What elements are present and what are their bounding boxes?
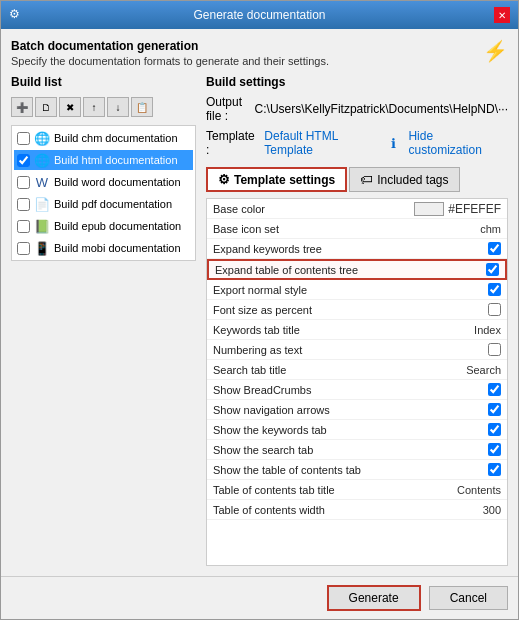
batch-text: Batch documentation generation Specify t… (11, 39, 329, 67)
list-item[interactable]: W Build word documentation (14, 172, 193, 192)
main-content: Batch documentation generation Specify t… (1, 29, 518, 576)
row-value: 300 (483, 504, 501, 516)
table-row: Show the search tab (207, 440, 507, 460)
table-row: Show navigation arrows (207, 400, 507, 420)
settings-title: Build settings (206, 75, 508, 89)
row-label: Numbering as text (213, 344, 302, 356)
mobi-checkbox[interactable] (17, 242, 30, 255)
row-value (488, 423, 501, 436)
row-value (488, 403, 501, 416)
row-label: Show the table of contents tab (213, 464, 361, 476)
row-value: #EFEFEF (414, 202, 501, 216)
table-row: Table of contents width 300 (207, 500, 507, 520)
title-bar: ⚙ Generate documentation ✕ (1, 1, 518, 29)
output-value: C:\Users\KellyFitzpatrick\Documents\Help… (255, 102, 508, 116)
row-value (488, 283, 501, 296)
epub-label: Build epub documentation (54, 220, 181, 232)
table-row: Show the table of contents tab (207, 460, 507, 480)
template-row: Template : Default HTML Template ℹ Hide … (206, 129, 508, 157)
build-list-title: Build list (11, 75, 196, 89)
row-value (488, 383, 501, 396)
show-nav-arrows-checkbox[interactable] (488, 403, 501, 416)
mobi-label: Build mobi documentation (54, 242, 181, 254)
template-tab-label: Template settings (234, 173, 335, 187)
expand-toc-checkbox[interactable] (486, 263, 499, 276)
template-link[interactable]: Default HTML Template (264, 129, 387, 157)
table-row: Numbering as text (207, 340, 507, 360)
build-list-section: Build list ➕ 🗋 ✖ ↑ ↓ 📋 🌐 Build chm docum… (11, 75, 196, 566)
export-normal-checkbox[interactable] (488, 283, 501, 296)
table-row: Font size as percent (207, 300, 507, 320)
list-item[interactable]: 📄 Build pdf documentation (14, 194, 193, 214)
window-icon: ⚙ (9, 7, 25, 23)
font-size-checkbox[interactable] (488, 303, 501, 316)
table-row: Show BreadCrumbs (207, 380, 507, 400)
list-item[interactable]: 📗 Build epub documentation (14, 216, 193, 236)
tab-template[interactable]: ⚙ Template settings (206, 167, 347, 192)
included-tab-label: Included tags (377, 173, 448, 187)
pdf-label: Build pdf documentation (54, 198, 172, 210)
settings-table: Base color #EFEFEF Base icon set chm Exp… (206, 198, 508, 566)
table-row: Export normal style (207, 280, 507, 300)
table-row: Base icon set chm (207, 219, 507, 239)
move-up-button[interactable]: ↑ (83, 97, 105, 117)
new-button[interactable]: 🗋 (35, 97, 57, 117)
row-label: Export normal style (213, 284, 307, 296)
hide-customization-link[interactable]: Hide customization (408, 129, 508, 157)
add-button[interactable]: ➕ (11, 97, 33, 117)
row-label: Show navigation arrows (213, 404, 330, 416)
word-label: Build word documentation (54, 176, 181, 188)
chm-checkbox[interactable] (17, 132, 30, 145)
copy-button[interactable]: 📋 (131, 97, 153, 117)
delete-button[interactable]: ✖ (59, 97, 81, 117)
move-down-button[interactable]: ↓ (107, 97, 129, 117)
show-keywords-tab-checkbox[interactable] (488, 423, 501, 436)
numbering-as-text-checkbox[interactable] (488, 343, 501, 356)
row-value: chm (480, 223, 501, 235)
main-area: Build list ➕ 🗋 ✖ ↑ ↓ 📋 🌐 Build chm docum… (11, 75, 508, 566)
row-label: Base icon set (213, 223, 279, 235)
epub-checkbox[interactable] (17, 220, 30, 233)
show-search-tab-checkbox[interactable] (488, 443, 501, 456)
row-value (488, 242, 501, 255)
list-item[interactable]: 🌐 Build chm documentation (14, 128, 193, 148)
show-toc-tab-checkbox[interactable] (488, 463, 501, 476)
list-item[interactable]: 📱 Build mobi documentation (14, 238, 193, 258)
output-row: Output file : C:\Users\KellyFitzpatrick\… (206, 95, 508, 123)
table-row: Search tab title Search (207, 360, 507, 380)
row-label: Show the search tab (213, 444, 313, 456)
expand-keywords-checkbox[interactable] (488, 242, 501, 255)
list-item[interactable]: 🌐 Build html documentation (14, 150, 193, 170)
tab-included[interactable]: 🏷 Included tags (349, 167, 459, 192)
footer: Generate Cancel (1, 576, 518, 619)
row-value: Index (474, 324, 501, 336)
row-value (488, 463, 501, 476)
close-button[interactable]: ✕ (494, 7, 510, 23)
batch-section: Batch documentation generation Specify t… (11, 39, 508, 67)
row-value: Contents (457, 484, 501, 496)
row-label: Table of contents tab title (213, 484, 335, 496)
template-label: Template : (206, 129, 260, 157)
table-row: Show the keywords tab (207, 420, 507, 440)
cancel-button[interactable]: Cancel (429, 586, 508, 610)
table-row-highlighted: Expand table of contents tree (207, 259, 507, 280)
included-tab-icon: 🏷 (360, 172, 373, 187)
mobi-icon: 📱 (34, 240, 50, 256)
word-checkbox[interactable] (17, 176, 30, 189)
toolbar: ➕ 🗋 ✖ ↑ ↓ 📋 (11, 97, 196, 117)
output-label: Output file : (206, 95, 251, 123)
pdf-checkbox[interactable] (17, 198, 30, 211)
row-label: Show the keywords tab (213, 424, 327, 436)
chm-icon: 🌐 (34, 130, 50, 146)
lightning-icon: ⚡ (483, 39, 508, 63)
row-label: Show BreadCrumbs (213, 384, 311, 396)
generate-button[interactable]: Generate (327, 585, 421, 611)
html-checkbox[interactable] (17, 154, 30, 167)
row-label: Expand keywords tree (213, 243, 322, 255)
row-value (488, 303, 501, 316)
tabs-row: ⚙ Template settings 🏷 Included tags (206, 167, 508, 192)
row-label: Expand table of contents tree (215, 264, 358, 276)
show-breadcrumbs-checkbox[interactable] (488, 383, 501, 396)
table-row: Expand keywords tree (207, 239, 507, 259)
epub-icon: 📗 (34, 218, 50, 234)
